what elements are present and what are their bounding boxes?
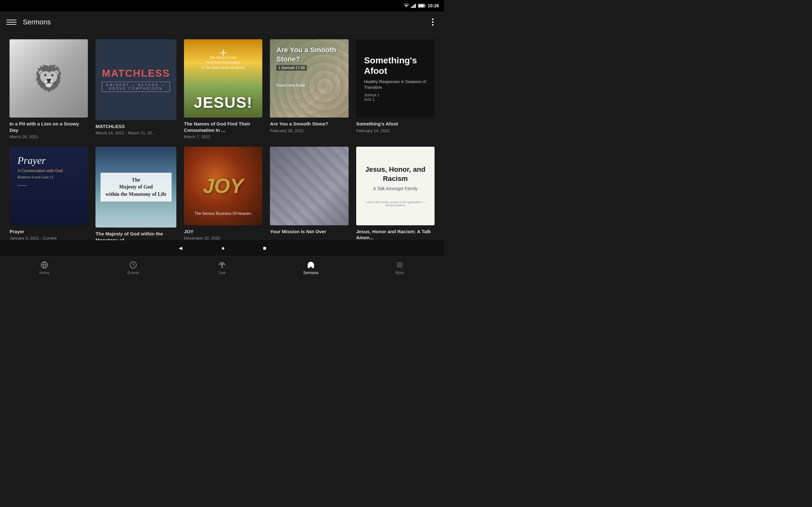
home-button[interactable]: ● bbox=[221, 245, 225, 251]
nav-more[interactable]: More bbox=[355, 258, 444, 278]
nav-sermons-label: Sermons bbox=[303, 271, 318, 275]
sermon-date-8: December 20, 2020 bbox=[184, 236, 262, 240]
sermon-thumbnail-2: MATCHLESS EMINENT — BEYOND — ABOVE COMPA… bbox=[96, 39, 176, 120]
events-icon bbox=[129, 261, 138, 269]
sermon-date-3: March 7, 2021 bbox=[184, 134, 262, 139]
sermon-card-4[interactable]: Are You a Smooth Stone? 1 Samuel 17:40 P… bbox=[270, 39, 348, 139]
prayer-script: Prayer bbox=[17, 155, 46, 166]
back-button[interactable]: ◄ bbox=[177, 245, 183, 251]
more-icon bbox=[395, 261, 404, 269]
matchless-title: MATCHLESS bbox=[102, 67, 170, 79]
joy-title: JOY bbox=[203, 174, 244, 198]
joy-sub: The Serious Business Of Heaven. bbox=[194, 211, 252, 216]
signal-icon bbox=[411, 3, 416, 8]
majesty-overlay: TheMajesty of Godwithin the Monotony of … bbox=[101, 173, 171, 202]
sermon-title-3: The Names of God Find Their Consumation … bbox=[184, 121, 262, 133]
nav-events-label: Events bbox=[128, 271, 139, 275]
app-title: Sermons bbox=[23, 18, 427, 26]
jesus-name: JESUS! bbox=[194, 94, 252, 111]
nav-sermons[interactable]: Sermons bbox=[266, 258, 355, 278]
sermon-card-5[interactable]: Something's Afoot Healthy Responses in S… bbox=[356, 39, 435, 139]
sermon-grid: In a Pit with a Lion on a Snowy Day Marc… bbox=[9, 39, 435, 244]
prayer-sub: A Conversation with God bbox=[17, 168, 63, 174]
nav-home-label: Home bbox=[39, 271, 49, 275]
sermon-title-4: Are You a Smooth Stone? bbox=[270, 121, 348, 127]
sermon-title-1: In a Pit with a Lion on a Snowy Day bbox=[9, 121, 88, 133]
home-icon bbox=[40, 261, 49, 269]
sermon-thumbnail-1 bbox=[9, 39, 88, 118]
sermon-thumbnail-5: Something's Afoot Healthy Responses in S… bbox=[356, 39, 435, 118]
jesus-honor-title: Jesus, Honor, and Racism bbox=[362, 165, 428, 183]
stones-title: Are You a Smooth Stone? bbox=[276, 46, 348, 64]
jesus-honor-sub: A Talk Amongst Family bbox=[373, 186, 418, 191]
nav-more-label: More bbox=[395, 271, 404, 275]
status-bar: 10:26 bbox=[0, 0, 444, 11]
wifi-icon bbox=[403, 3, 409, 8]
matchless-sub: EMINENT — BEYOND — ABOVE COMPARISON bbox=[102, 82, 170, 92]
svg-point-10 bbox=[221, 264, 223, 266]
sermon-date-5: February 14, 2021 bbox=[356, 128, 435, 133]
stones-overlay: Are You a Smooth Stone? 1 Samuel 17:40 P… bbox=[276, 46, 348, 87]
sermon-card-3[interactable]: The Names of GodFind Their ConsumationIn… bbox=[184, 39, 262, 139]
stones-verse: 1 Samuel 17:40 bbox=[276, 65, 307, 71]
sermon-card-9[interactable]: Your Mission Is Not Over bbox=[270, 147, 348, 244]
sermon-title-10: Jesus, Honor and Racism: A Talk Amon... bbox=[356, 228, 435, 241]
svg-rect-0 bbox=[411, 7, 412, 8]
nav-home[interactable]: Home bbox=[0, 258, 89, 278]
content-area: In a Pit with a Lion on a Snowy Day Marc… bbox=[0, 33, 444, 256]
sermon-date-6: January 3, 2021 - Current bbox=[9, 236, 88, 240]
sermon-title-6: Prayer bbox=[9, 228, 88, 235]
sermon-card-10[interactable]: Jesus, Honor, and Racism A Talk Amongst … bbox=[356, 147, 435, 244]
sermon-date-2: March 14, 2021 - March 21, 20... bbox=[96, 130, 176, 135]
sermon-thumbnail-3: The Names of GodFind Their ConsumationIn… bbox=[184, 39, 262, 118]
status-time: 10:26 bbox=[427, 3, 439, 8]
sermon-date-1: March 28, 2021 bbox=[9, 134, 88, 139]
afoot-title: Something's Afoot bbox=[364, 55, 426, 76]
afoot-books: Joshua 1Acts 1 bbox=[364, 93, 426, 102]
app-bar: Sermons bbox=[0, 11, 444, 33]
svg-rect-5 bbox=[425, 5, 426, 6]
status-icons: 10:26 bbox=[403, 3, 439, 8]
battery-icon bbox=[418, 4, 426, 8]
sermon-title-8: JOY bbox=[184, 228, 262, 235]
sermon-thumbnail-7: TheMajesty of Godwithin the Monotony of … bbox=[96, 147, 176, 228]
sermon-card-6[interactable]: Prayer A Conversation with God Matthew 6… bbox=[9, 147, 88, 244]
stones-pastor: Pastor Herb Rubio bbox=[276, 83, 348, 87]
sermon-date-4: February 28, 2021 bbox=[270, 128, 348, 133]
svg-rect-2 bbox=[414, 5, 415, 8]
system-nav: ◄ ● ■ bbox=[0, 240, 444, 256]
nav-live-label: Live bbox=[218, 271, 225, 275]
live-icon bbox=[217, 261, 226, 269]
sermon-card-2[interactable]: MATCHLESS EMINENT — BEYOND — ABOVE COMPA… bbox=[96, 39, 176, 139]
prayer-line bbox=[17, 185, 27, 186]
sermon-thumbnail-4: Are You a Smooth Stone? 1 Samuel 17:40 P… bbox=[270, 39, 348, 118]
sermon-card-1[interactable]: In a Pit with a Lion on a Snowy Day Marc… bbox=[9, 39, 88, 139]
sermon-thumbnail-10: Jesus, Honor, and Racism A Talk Amongst … bbox=[356, 147, 435, 225]
menu-button[interactable] bbox=[6, 17, 16, 27]
sermon-card-7[interactable]: TheMajesty of Godwithin the Monotony of … bbox=[96, 147, 176, 244]
sermons-icon bbox=[306, 261, 315, 269]
afoot-sub: Healthy Responses in Seasons of Transiti… bbox=[364, 79, 426, 90]
sermon-thumbnail-8: JOY The Serious Business Of Heaven. bbox=[184, 147, 262, 225]
prayer-verse: Matthew 6 and Luke 11 bbox=[17, 175, 54, 179]
jesus-top-text: The Names of GodFind Their ConsumationIn… bbox=[202, 55, 245, 70]
more-options-button[interactable] bbox=[427, 17, 438, 27]
svg-rect-6 bbox=[419, 5, 424, 7]
svg-rect-1 bbox=[412, 6, 413, 8]
jesus-honor-quote: "Love is the motive, justice is the appl… bbox=[362, 201, 428, 207]
sermon-title-2: MATCHLESS bbox=[96, 123, 176, 130]
sermon-title-5: Something's Afoot bbox=[356, 121, 435, 127]
svg-rect-3 bbox=[415, 4, 416, 8]
nav-live[interactable]: Live bbox=[177, 258, 266, 278]
sermon-title-9: Your Mission Is Not Over bbox=[270, 228, 348, 235]
sermon-thumbnail-9 bbox=[270, 147, 348, 225]
nav-events[interactable]: Events bbox=[89, 258, 177, 278]
sermon-card-8[interactable]: JOY The Serious Business Of Heaven. JOY … bbox=[184, 147, 262, 244]
bottom-nav: Home Events Live bbox=[0, 256, 444, 279]
majesty-text: TheMajesty of Godwithin the Monotony of … bbox=[106, 176, 166, 198]
recent-button[interactable]: ■ bbox=[263, 245, 266, 251]
sermon-thumbnail-6: Prayer A Conversation with God Matthew 6… bbox=[9, 147, 88, 225]
